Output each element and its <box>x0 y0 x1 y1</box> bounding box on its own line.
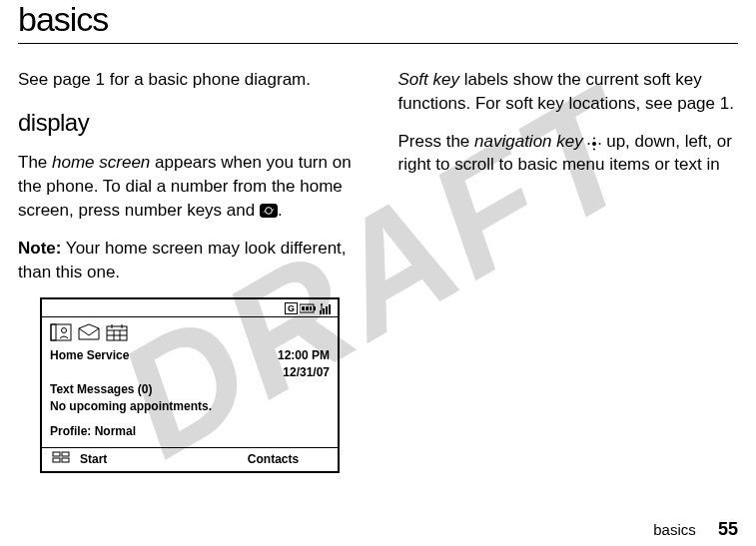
svg-rect-2 <box>314 306 316 310</box>
text-messages-label: Text Messages (0) <box>50 381 330 398</box>
svg-rect-21 <box>53 452 60 456</box>
svg-rect-23 <box>53 458 60 462</box>
soft-key-right: Contacts <box>209 448 338 471</box>
phone-body: Home Service 12:00 PM 12/31/07 Text Mess… <box>42 317 338 447</box>
home-service-row: Home Service 12:00 PM <box>50 347 330 364</box>
shortcut-icons <box>50 323 330 341</box>
svg-point-13 <box>62 328 67 333</box>
phone-status-bar: G <box>42 299 338 317</box>
footer-section: basics <box>653 521 696 538</box>
svg-rect-5 <box>310 306 312 310</box>
svg-rect-6 <box>320 310 322 314</box>
soft-key-paragraph: Soft key labels show the current soft ke… <box>398 68 739 116</box>
display-heading: display <box>18 106 359 140</box>
text: Press the <box>398 132 475 151</box>
intro-paragraph: See page 1 for a basic phone diagram. <box>18 68 359 92</box>
svg-rect-8 <box>326 306 328 314</box>
svg-point-28 <box>588 143 590 145</box>
note-paragraph: Note: Your home screen may look differen… <box>18 237 359 284</box>
svg-rect-3 <box>302 306 305 310</box>
signal-icon <box>320 302 332 314</box>
gprs-icon: G <box>285 302 298 314</box>
svg-point-27 <box>593 149 595 151</box>
soft-key-bar: Start Contacts <box>42 447 338 471</box>
status-right: G <box>285 302 332 314</box>
profile-label: Profile: Normal <box>50 423 330 440</box>
home-screen-term: home screen <box>52 153 150 172</box>
home-screen-paragraph: The home screen appears when you turn on… <box>18 151 359 222</box>
calendar-shortcut-icon <box>106 323 128 341</box>
right-column: Soft key labels show the current soft ke… <box>398 68 739 473</box>
home-soft-icon <box>42 448 80 471</box>
svg-point-26 <box>593 138 595 140</box>
home-service-label: Home Service <box>50 347 129 364</box>
date-label: 12/31/07 <box>283 364 330 381</box>
svg-rect-24 <box>62 458 69 462</box>
svg-rect-14 <box>107 326 127 340</box>
svg-rect-22 <box>62 452 69 456</box>
text: The <box>18 153 52 172</box>
page-title: basics <box>18 0 738 44</box>
send-key-icon <box>260 204 278 218</box>
two-column-layout: See page 1 for a basic phone diagram. di… <box>18 68 738 473</box>
left-column: See page 1 for a basic phone diagram. di… <box>18 68 359 473</box>
note-label: Note: <box>18 239 61 258</box>
svg-point-29 <box>599 143 601 145</box>
soft-key-left: Start <box>80 448 209 471</box>
svg-rect-9 <box>329 304 331 314</box>
page-number: 55 <box>718 519 738 539</box>
time-label: 12:00 PM <box>278 347 330 364</box>
soft-key-term: Soft key <box>398 70 459 89</box>
nav-key-icon <box>587 134 601 148</box>
date-row: 12/31/07 <box>50 364 330 381</box>
text: . <box>278 201 283 220</box>
svg-point-0 <box>266 207 273 214</box>
svg-point-25 <box>592 142 596 146</box>
page-content: basics See page 1 for a basic phone diag… <box>0 0 756 473</box>
navigation-key-term: navigation key <box>474 132 583 151</box>
messages-shortcut-icon <box>78 323 100 341</box>
page-footer: basics 55 <box>653 519 738 540</box>
svg-rect-4 <box>306 306 309 310</box>
nav-key-paragraph: Press the navigation key up, down, left,… <box>398 130 739 178</box>
battery-icon <box>300 303 318 313</box>
appointments-label: No upcoming appointments. <box>50 398 330 415</box>
text: Your home screen may look different, tha… <box>18 239 347 281</box>
phone-screenshot: G Home Service 12:00 PM <box>40 297 340 473</box>
svg-rect-12 <box>51 324 56 340</box>
svg-rect-7 <box>323 308 325 314</box>
contacts-shortcut-icon <box>50 323 72 341</box>
